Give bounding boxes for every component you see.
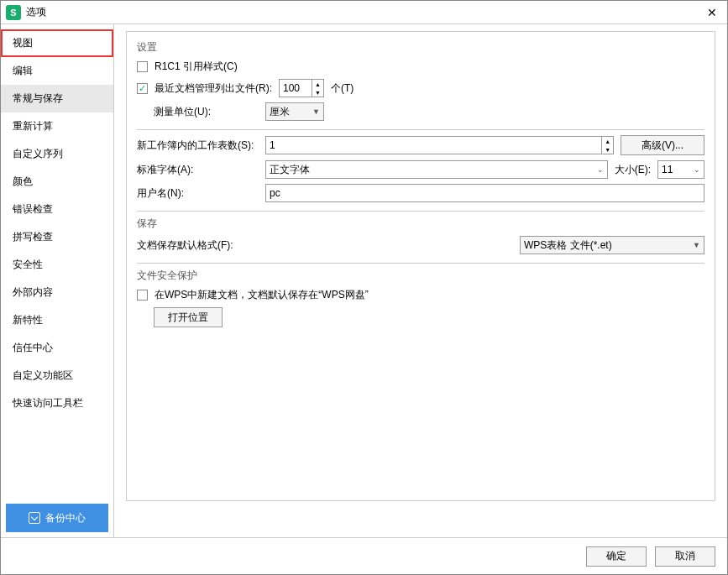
spin-up-icon[interactable]: ▲ xyxy=(312,80,323,88)
divider xyxy=(137,129,704,130)
divider xyxy=(137,211,704,212)
open-location-button[interactable]: 打开位置 xyxy=(154,307,223,327)
sidebar-item-quick-access[interactable]: 快速访问工具栏 xyxy=(1,389,113,417)
chevron-down-icon: ⌄ xyxy=(694,165,700,174)
file-security-heading: 文件安全保护 xyxy=(137,269,704,283)
font-value: 正文字体 xyxy=(270,163,310,177)
size-select[interactable]: 11 ⌄ xyxy=(657,160,704,179)
sidebar-item-label: 信任中心 xyxy=(13,342,53,353)
chevron-down-icon: ⌄ xyxy=(597,165,604,174)
divider xyxy=(137,263,704,264)
close-icon[interactable]: ✕ xyxy=(702,3,722,23)
save-heading: 保存 xyxy=(137,217,704,231)
sidebar-item-security[interactable]: 安全性 xyxy=(1,251,113,279)
sidebar: 视图 编辑 常规与保存 重新计算 自定义序列 颜色 错误检查 拼写检查 安全性 … xyxy=(1,24,114,537)
sidebar-item-label: 自定义功能区 xyxy=(13,369,73,381)
sidebar-item-edit[interactable]: 编辑 xyxy=(1,57,113,85)
sidebar-item-trust[interactable]: 信任中心 xyxy=(1,334,113,362)
r1c1-label: R1C1 引用样式(C) xyxy=(155,60,238,74)
sidebar-item-label: 常规与保存 xyxy=(13,92,63,104)
sidebar-item-newfeatures[interactable]: 新特性 xyxy=(1,306,113,334)
username-label: 用户名(N): xyxy=(137,186,259,201)
sidebar-item-label: 颜色 xyxy=(13,175,33,187)
advanced-button-label: 高级(V)... xyxy=(642,139,683,153)
sidebar-item-label: 错误检查 xyxy=(13,203,53,215)
chevron-down-icon: ▼ xyxy=(693,241,700,249)
measure-unit-value: 厘米 xyxy=(270,105,290,119)
sidebar-item-view[interactable]: 视图 xyxy=(1,29,113,57)
font-select[interactable]: 正文字体 ⌄ xyxy=(265,160,608,179)
ok-button-label: 确定 xyxy=(606,549,626,563)
dialog-footer: 确定 取消 xyxy=(1,537,727,574)
sheets-input[interactable] xyxy=(266,137,601,154)
window-title: 选项 xyxy=(26,5,702,19)
font-label: 标准字体(A): xyxy=(137,163,259,177)
r1c1-checkbox[interactable] xyxy=(137,61,148,72)
sidebar-item-label: 快速访问工具栏 xyxy=(13,397,83,409)
title-bar: S 选项 ✕ xyxy=(1,1,727,24)
sidebar-item-spelling[interactable]: 拼写检查 xyxy=(1,223,113,251)
username-input[interactable] xyxy=(265,184,704,202)
sidebar-item-error-check[interactable]: 错误检查 xyxy=(1,196,113,223)
sidebar-item-color[interactable]: 颜色 xyxy=(1,168,113,196)
sidebar-item-label: 重新计算 xyxy=(13,120,53,132)
sidebar-item-label: 拼写检查 xyxy=(13,231,53,243)
sheets-spinner[interactable]: ▲▼ xyxy=(265,136,614,154)
save-format-value: WPS表格 文件(*.et) xyxy=(524,238,612,253)
sidebar-item-label: 新特性 xyxy=(13,314,43,326)
save-format-label: 文档保存默认格式(F): xyxy=(137,238,233,253)
spin-up-icon[interactable]: ▲ xyxy=(602,137,613,145)
cancel-button-label: 取消 xyxy=(675,549,695,563)
app-icon: S xyxy=(6,5,21,20)
open-location-label: 打开位置 xyxy=(168,311,208,325)
spin-down-icon[interactable]: ▼ xyxy=(312,88,323,97)
sidebar-item-custom-list[interactable]: 自定义序列 xyxy=(1,140,113,168)
cancel-button[interactable]: 取消 xyxy=(655,546,715,567)
sidebar-item-general-save[interactable]: 常规与保存 xyxy=(1,85,113,112)
settings-group: 设置 R1C1 引用样式(C) ✓ 最近文档管理列出文件(R): ▲▼ 个(T)… xyxy=(126,31,715,501)
backup-center-button[interactable]: 备份中心 xyxy=(6,504,108,532)
recent-files-checkbox[interactable]: ✓ xyxy=(137,83,148,94)
backup-label: 备份中心 xyxy=(45,511,86,525)
sidebar-item-label: 自定义序列 xyxy=(13,148,63,159)
content-panel: 设置 R1C1 引用样式(C) ✓ 最近文档管理列出文件(R): ▲▼ 个(T)… xyxy=(114,24,727,537)
wps-netdisk-label: 在WPS中新建文档，文档默认保存在“WPS网盘” xyxy=(155,288,369,302)
sidebar-item-recalc[interactable]: 重新计算 xyxy=(1,112,113,140)
spin-down-icon[interactable]: ▼ xyxy=(602,145,613,154)
sidebar-item-custom-ribbon[interactable]: 自定义功能区 xyxy=(1,362,113,389)
chevron-down-icon: ▼ xyxy=(312,107,320,116)
recent-files-label: 最近文档管理列出文件(R): xyxy=(155,81,272,96)
settings-heading: 设置 xyxy=(137,40,704,55)
sidebar-item-label: 编辑 xyxy=(13,65,33,76)
save-format-select[interactable]: WPS表格 文件(*.et) ▼ xyxy=(520,236,704,254)
backup-icon xyxy=(29,512,40,524)
sidebar-item-label: 视图 xyxy=(13,37,33,49)
recent-files-unit: 个(T) xyxy=(331,81,354,96)
measure-unit-label: 测量单位(U): xyxy=(137,105,259,119)
size-label: 大小(E): xyxy=(615,163,651,177)
sidebar-item-external[interactable]: 外部内容 xyxy=(1,279,113,306)
size-value: 11 xyxy=(662,164,673,175)
sheets-label: 新工作簿内的工作表数(S): xyxy=(137,139,259,153)
advanced-button[interactable]: 高级(V)... xyxy=(621,135,704,155)
ok-button[interactable]: 确定 xyxy=(586,546,647,567)
sidebar-item-label: 外部内容 xyxy=(13,286,53,298)
wps-netdisk-checkbox[interactable] xyxy=(137,290,148,301)
recent-files-spinner[interactable]: ▲▼ xyxy=(279,79,324,97)
measure-unit-select[interactable]: 厘米 ▼ xyxy=(265,102,324,121)
sidebar-item-label: 安全性 xyxy=(13,259,43,270)
recent-files-input[interactable] xyxy=(280,80,312,97)
